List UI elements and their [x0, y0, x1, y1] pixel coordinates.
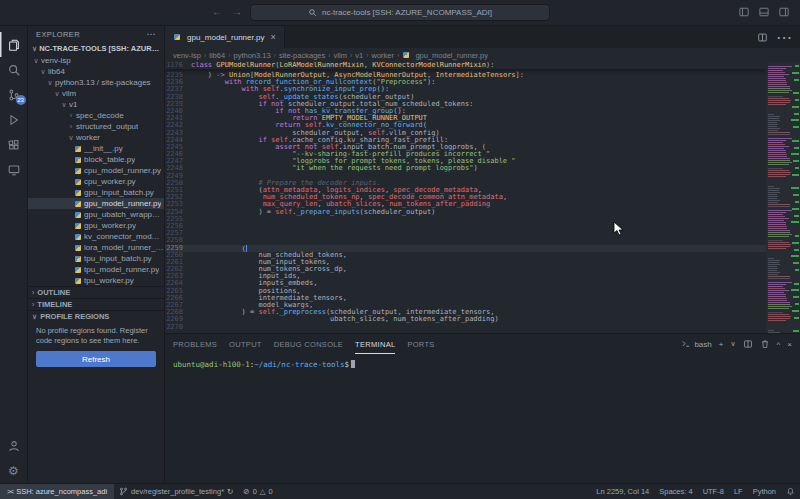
shell-label[interactable]: bash: [681, 339, 711, 349]
breadcrumb-item[interactable]: lib64: [209, 51, 225, 60]
file-tree-item[interactable]: gpu_ubatch_wrapper.py: [28, 209, 164, 220]
remote-explorer-icon[interactable]: [0, 157, 28, 182]
search-icon[interactable]: [0, 57, 28, 82]
panel-tab-ports[interactable]: PORTS: [407, 334, 434, 354]
tree-item-label: kv_connector_model_runner_mixin.py: [84, 232, 164, 241]
file-tree-item[interactable]: lora_model_runner_mixin.py: [28, 242, 164, 253]
source-control-icon[interactable]: 23: [0, 82, 28, 107]
command-center[interactable]: nc-trace-tools [SSH: AZURE_NCOMPASS_ADI]: [250, 4, 550, 21]
breadcrumb-item[interactable]: v1: [355, 51, 363, 60]
diff-added-marker: [793, 126, 799, 128]
profile-regions-section[interactable]: ∨ PROFILE REGIONS: [28, 310, 164, 322]
encoding-indicator[interactable]: UTF-8: [698, 484, 729, 499]
diff-added-marker: [792, 106, 799, 108]
forward-arrow-icon[interactable]: →: [232, 6, 242, 17]
more-actions-icon[interactable]: ⋯: [776, 28, 792, 47]
tree-item-label: venv-lsp: [41, 56, 71, 65]
run-debug-icon[interactable]: [0, 107, 28, 132]
terminal[interactable]: ubuntu@adi-h100-1:~/adi/nc-trace-tools$: [165, 354, 800, 483]
problems-indicator[interactable]: ⊘ 0 △ 0: [238, 484, 277, 499]
new-terminal-icon[interactable]: +: [719, 340, 724, 349]
code-line[interactable]: 2257: [165, 230, 766, 237]
code-line[interactable]: 2254 ) = self._prepare_inputs(scheduler_…: [165, 209, 766, 216]
cursor-position[interactable]: Ln 2259, Col 14: [591, 484, 654, 499]
split-editor-icon[interactable]: [757, 32, 768, 43]
folder-tree-item[interactable]: ›spec_decode: [28, 110, 164, 121]
file-tree-item[interactable]: tpu_input_batch.py: [28, 253, 164, 264]
file-tree-item[interactable]: kv_connector_model_runner_mixin.py: [28, 231, 164, 242]
file-tree-item[interactable]: cpu_model_runner.py: [28, 165, 164, 176]
remote-indicator[interactable]: >< SSH: azure_ncompass_adi: [0, 484, 114, 499]
code-lines: 2235 ) -> Union[ModelRunnerOutput, Async…: [165, 62, 766, 333]
refresh-button[interactable]: Refresh: [36, 351, 156, 367]
folder-tree-item[interactable]: ∨venv-lsp: [28, 55, 164, 66]
code-editor[interactable]: 1176class GPUModelRunner(LoRAModelRunner…: [165, 62, 800, 333]
tree-item-label: python3.13 / site-packages: [55, 78, 151, 87]
folder-tree-item[interactable]: ∨lib64: [28, 66, 164, 77]
code-line[interactable]: 2258: [165, 237, 766, 244]
breadcrumb-item[interactable]: vllm: [334, 51, 347, 60]
chevron-right-icon: ›: [32, 301, 34, 308]
close-tab-icon[interactable]: ×: [270, 32, 275, 42]
python-file-icon: [75, 256, 81, 262]
file-tree-item[interactable]: gpu_model_runner.py: [28, 198, 164, 209]
extensions-icon[interactable]: [0, 132, 28, 157]
folder-tree-item[interactable]: ›structured_output: [28, 121, 164, 132]
panel-tab-debug-console[interactable]: DEBUG CONSOLE: [274, 334, 343, 354]
timeline-section[interactable]: › TIMELINE: [28, 298, 164, 310]
panel-tab-terminal[interactable]: TERMINAL: [355, 334, 395, 354]
more-actions-icon[interactable]: ⋯: [147, 29, 156, 39]
file-tree-item[interactable]: cpu_worker.py: [28, 176, 164, 187]
code-line[interactable]: 2256: [165, 223, 766, 230]
file-tree-item[interactable]: tpu_worker.py: [28, 275, 164, 286]
toggle-panel-icon[interactable]: [758, 6, 770, 18]
panel-tab-output[interactable]: OUTPUT: [229, 334, 262, 354]
file-tree-item[interactable]: gpu_input_batch.py: [28, 187, 164, 198]
breadcrumb-item[interactable]: venv-lsp: [173, 51, 201, 60]
eol-indicator[interactable]: LF: [729, 484, 748, 499]
folder-tree-item[interactable]: ∨v1: [28, 99, 164, 110]
account-icon[interactable]: [0, 433, 28, 458]
file-tree-item[interactable]: block_table.py: [28, 154, 164, 165]
file-tree-item[interactable]: gpu_worker.py: [28, 220, 164, 231]
indentation-indicator[interactable]: Spaces: 4: [654, 484, 697, 499]
toggle-sidebar-icon[interactable]: [738, 6, 750, 18]
code-line[interactable]: 2255: [165, 216, 766, 223]
settings-gear-icon[interactable]: ⚙: [0, 458, 28, 483]
file-tree-item[interactable]: __init__.py: [28, 143, 164, 154]
sticky-scroll-line[interactable]: 1176class GPUModelRunner(LoRAModelRunner…: [165, 62, 766, 69]
chevron-down-icon[interactable]: ∨: [730, 340, 735, 348]
minimap[interactable]: [766, 62, 792, 333]
diff-added-marker: [794, 283, 799, 285]
language-indicator[interactable]: Python: [748, 484, 781, 499]
breadcrumb-item[interactable]: python3.13: [233, 51, 270, 60]
editor-tab[interactable]: gpu_model_runner.py ×: [165, 26, 285, 48]
maximize-panel-icon[interactable]: ^: [777, 340, 781, 349]
code-line[interactable]: 2269 ubatch_slices, num_tokens_after_pad…: [165, 316, 766, 323]
folder-tree-item[interactable]: ∨worker: [28, 132, 164, 143]
breadcrumb-item[interactable]: worker: [372, 51, 395, 60]
file-tree-item[interactable]: tpu_model_runner.py: [28, 264, 164, 275]
panel-tab-problems[interactable]: PROBLEMS: [173, 334, 217, 354]
folder-tree-item[interactable]: ∨python3.13 / site-packages: [28, 77, 164, 88]
split-terminal-icon[interactable]: [743, 339, 753, 349]
close-panel-icon[interactable]: ×: [787, 340, 792, 349]
code-line[interactable]: 2248 "it when the requests need prompt l…: [165, 165, 766, 172]
trash-icon[interactable]: [760, 339, 770, 349]
outline-section[interactable]: › OUTLINE: [28, 286, 164, 298]
notifications-bell[interactable]: [781, 484, 800, 499]
chevron-down-icon: ∨: [53, 90, 61, 98]
git-branch-indicator[interactable]: dev/register_profile_testing* ↻: [114, 484, 238, 499]
sticky-code-line[interactable]: 1176class GPUModelRunner(LoRAModelRunner…: [165, 62, 766, 69]
customize-layout-icon[interactable]: [778, 6, 790, 18]
python-file-icon: [75, 234, 81, 240]
explorer-icon[interactable]: [0, 32, 28, 57]
breadcrumb-item[interactable]: site-packages: [279, 51, 325, 60]
warnings-icon: △: [260, 487, 266, 496]
workspace-section-header[interactable]: ∨ NC-TRACE-TOOLS [SSH: AZURE_NCOMPASS_AD…: [28, 42, 164, 55]
folder-tree-item[interactable]: ∨vllm: [28, 88, 164, 99]
breadcrumb-separator: ›: [204, 52, 206, 59]
back-arrow-icon[interactable]: ←: [212, 6, 222, 17]
code-line[interactable]: 2270: [165, 324, 766, 331]
breadcrumb-item[interactable]: gpu_model_runner.py: [415, 51, 488, 60]
